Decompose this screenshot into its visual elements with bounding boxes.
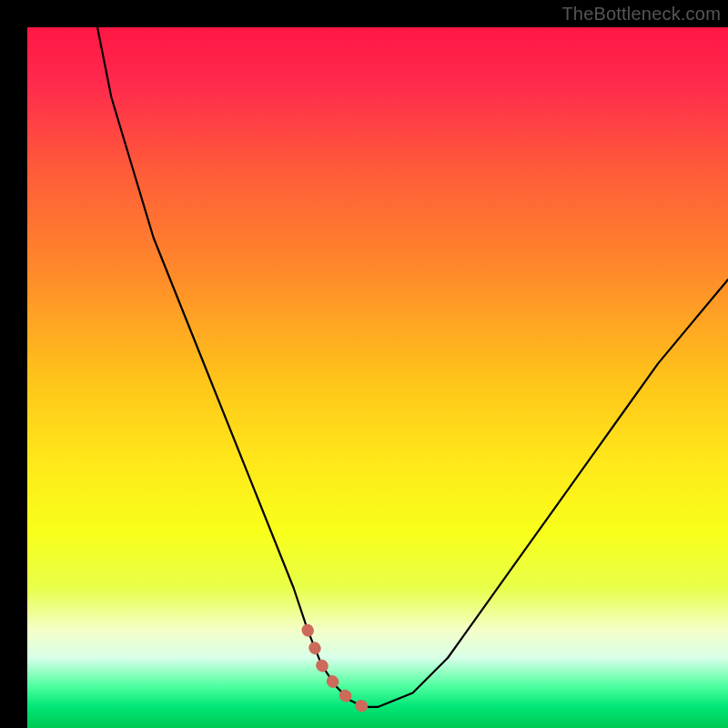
chart-plot-area bbox=[27, 27, 728, 728]
watermark-text: TheBottleneck.com bbox=[561, 4, 721, 25]
chart-container: TheBottleneck.com bbox=[0, 0, 728, 728]
bottleneck-chart bbox=[0, 0, 728, 728]
